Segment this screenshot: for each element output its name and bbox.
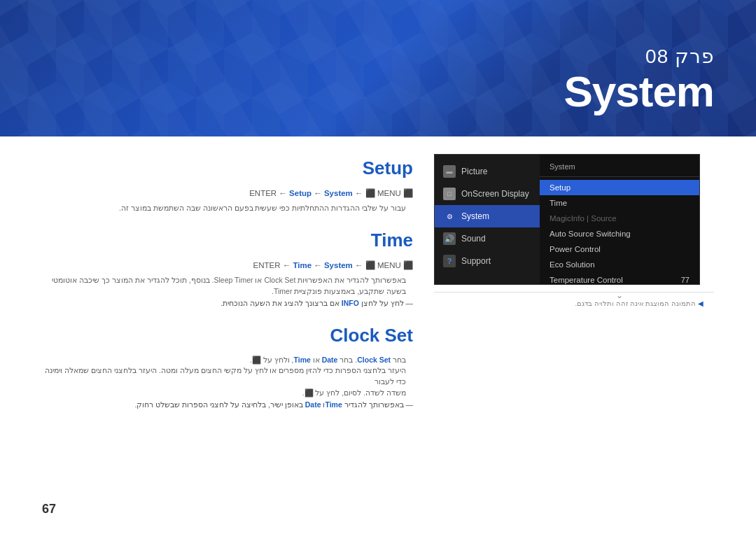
clockset-note: באפשרותך להגדיר Timeו Date באופן ישיר, ב… — [42, 399, 413, 411]
temperature-value: 77 — [681, 276, 690, 284]
page-title: System — [564, 68, 714, 115]
time-nav: ⬛ ENTER ← Time ← System ← ⬛ MENU — [42, 260, 413, 272]
text-content: Setup ⬛ ENTER ← Setup ← System ← ⬛ MENU … — [42, 157, 413, 520]
submenu-item-auto-source[interactable]: Auto Source Switching — [540, 226, 699, 241]
sidebar-label-support: Support — [461, 256, 491, 266]
submenu-item-magicinfo: MagicInfo | Source — [540, 211, 699, 226]
menu-inner: ▬ Picture □ OnScreen Display ⚙ — [435, 155, 699, 284]
submenu-item-time[interactable]: Time — [540, 195, 699, 211]
menu-panel: ▬ Picture □ OnScreen Display ⚙ — [434, 154, 714, 520]
menu-screenshot: ▬ Picture □ OnScreen Display ⚙ — [434, 154, 700, 285]
submenu-item-setup[interactable]: Setup — [540, 180, 699, 195]
setup-title: Setup — [42, 157, 413, 179]
sidebar-label-sound: Sound — [461, 234, 486, 244]
sidebar-item-onscreen[interactable]: □ OnScreen Display — [435, 183, 540, 205]
time-note-text: לחץ על לחצן INFO אם ברצונך להציג את השעה… — [220, 299, 403, 307]
speaker-icon: 🔊 — [443, 232, 456, 245]
screen-icon: □ — [443, 188, 456, 200]
clockset-section: Clock Set בחר Clock Set. בחר Date או Tim… — [42, 325, 413, 411]
setup-nav: ⬛ ENTER ← Setup ← System ← ⬛ MENU — [42, 188, 413, 199]
menu-content-header: System — [540, 159, 699, 177]
time-title: Time — [42, 230, 413, 251]
sidebar-label-picture: Picture — [461, 167, 487, 176]
sidebar-item-system[interactable]: ⚙ System — [435, 205, 540, 227]
menu-sidebar: ▬ Picture □ OnScreen Display ⚙ — [435, 155, 540, 284]
monitor-icon: ▬ — [443, 165, 456, 178]
submenu-item-eco-solution[interactable]: Eco Solution — [540, 257, 699, 272]
submenu-item-power-control[interactable]: Power Control — [540, 241, 699, 257]
time-section: Time ⬛ ENTER ← Time ← System ← ⬛ MENU בא… — [42, 230, 413, 309]
time-note: לחץ על לחצן INFO אם ברצונך להציג את השעה… — [42, 297, 413, 309]
setup-section: Setup ⬛ ENTER ← Setup ← System ← ⬛ MENU … — [42, 157, 413, 214]
sidebar-item-support[interactable]: ? Support — [435, 250, 540, 272]
setup-nav-text: ENTER ← Setup ← System ← ⬛ MENU — [249, 189, 401, 197]
menu-content: System Setup Time MagicInfo | Source Aut… — [540, 155, 699, 284]
sidebar-item-sound[interactable]: 🔊 Sound — [435, 227, 540, 250]
clockset-instruction1: בחר Clock Set. בחר Date או Time, ולחץ על… — [42, 355, 413, 366]
time-description: באפשרותך להגדיר את האפשרויות Clock Set א… — [42, 275, 413, 297]
header-banner: פרק 08 System — [0, 0, 756, 136]
page-number: 67 — [42, 502, 56, 517]
header-text: פרק 08 System — [564, 45, 714, 115]
gear-icon: ⚙ — [443, 210, 456, 223]
sidebar-label-onscreen: OnScreen Display — [461, 189, 529, 199]
setup-nav-icon: ⬛ — [403, 189, 413, 197]
clockset-description: היעזר בלחצני הספרות כדי להזין מספרים או … — [42, 365, 413, 398]
submenu-item-temperature[interactable]: Temperature Control 77 — [540, 272, 699, 288]
time-nav-text: ⬛ ENTER ← Time ← System ← ⬛ MENU — [253, 261, 413, 269]
menu-note-label: התמונה המוצגת אינה זהה ותלויה בדגם. — [575, 300, 696, 307]
arrow-icon: ◀ — [696, 300, 704, 307]
chapter-label: פרק 08 — [564, 45, 714, 68]
clockset-note-text: באפשרותך להגדיר Timeו Date באופן ישיר, ב… — [135, 400, 404, 409]
main-content: Setup ⬛ ENTER ← Setup ← System ← ⬛ MENU … — [0, 136, 756, 534]
clockset-title: Clock Set — [42, 325, 413, 346]
setup-description: עבור על שלבי ההגדרות ההתחלתיות כפי שעשית… — [42, 203, 413, 214]
sidebar-label-system: System — [461, 211, 489, 221]
question-icon: ? — [443, 255, 456, 267]
temperature-label: Temperature Control — [550, 276, 623, 284]
sidebar-item-picture[interactable]: ▬ Picture — [435, 160, 540, 183]
